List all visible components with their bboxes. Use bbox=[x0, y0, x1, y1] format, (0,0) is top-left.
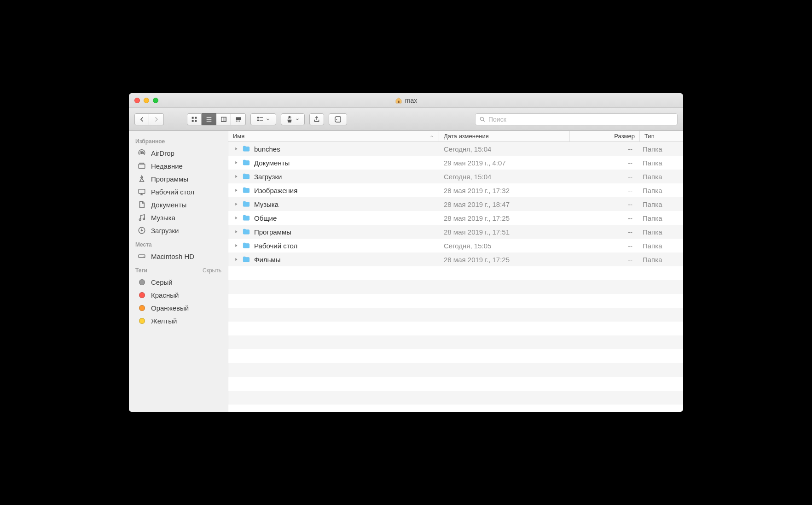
disclosure-triangle-icon[interactable] bbox=[234, 243, 238, 248]
table-row[interactable]: Музыка 28 мая 2019 г., 18:47 -- Папка bbox=[228, 197, 683, 211]
sidebar-item-downloads[interactable]: Загрузки bbox=[129, 224, 228, 237]
folder-icon bbox=[242, 255, 250, 264]
table-row[interactable]: Общие 28 мая 2019 г., 17:25 -- Папка bbox=[228, 211, 683, 225]
search-field[interactable] bbox=[475, 113, 678, 125]
column-name-label: Имя bbox=[233, 133, 244, 140]
file-date: 28 мая 2019 г., 17:25 bbox=[439, 214, 570, 222]
table-row[interactable]: bunches Сегодня, 15:04 -- Папка bbox=[228, 142, 683, 156]
svg-rect-5 bbox=[206, 117, 211, 117]
sidebar-item-macintosh-hd[interactable]: Macintosh HD bbox=[129, 250, 228, 263]
column-view-button[interactable] bbox=[216, 113, 231, 125]
disclosure-triangle-icon[interactable] bbox=[234, 229, 238, 234]
file-size: -- bbox=[570, 214, 640, 222]
sidebar-item-airdrop[interactable]: AirDrop bbox=[129, 147, 228, 159]
file-list-panel: Имя Дата изменения Размер Тип bunches Се… bbox=[228, 131, 683, 412]
svg-rect-11 bbox=[238, 120, 238, 121]
file-size: -- bbox=[570, 173, 640, 181]
table-row[interactable]: Программы 28 мая 2019 г., 17:51 -- Папка bbox=[228, 225, 683, 239]
sidebar-item-label: AirDrop bbox=[151, 149, 174, 157]
disclosure-triangle-icon[interactable] bbox=[234, 160, 238, 165]
sidebar-item-label: Документы bbox=[151, 201, 186, 209]
table-row[interactable]: Изображения 28 мая 2019 г., 17:32 -- Пап… bbox=[228, 183, 683, 197]
list-view-button[interactable] bbox=[202, 113, 216, 125]
file-name: Рабочий стол bbox=[254, 242, 297, 250]
disclosure-triangle-icon[interactable] bbox=[234, 174, 238, 179]
file-size: -- bbox=[570, 200, 640, 208]
disk-icon bbox=[137, 252, 146, 261]
disclosure-triangle-icon[interactable] bbox=[234, 147, 238, 151]
table-row[interactable]: Фильмы 28 мая 2019 г., 17:25 -- Папка bbox=[228, 252, 683, 266]
applications-icon bbox=[137, 174, 146, 183]
file-name: Документы bbox=[254, 159, 290, 167]
forward-button[interactable] bbox=[149, 113, 164, 125]
file-date: 28 мая 2019 г., 17:25 bbox=[439, 256, 570, 264]
folder-icon bbox=[242, 145, 250, 153]
action-menu-button[interactable] bbox=[281, 113, 305, 125]
disclosure-triangle-icon[interactable] bbox=[234, 257, 238, 262]
empty-row bbox=[228, 266, 683, 280]
toolbar bbox=[129, 108, 683, 131]
back-button[interactable] bbox=[134, 113, 149, 125]
sidebar-item-music[interactable]: Музыка bbox=[129, 211, 228, 224]
svg-rect-6 bbox=[206, 119, 211, 119]
sidebar-tag-item[interactable]: Оранжевый bbox=[129, 301, 228, 314]
column-size-label: Размер bbox=[614, 133, 635, 140]
group-by-button[interactable] bbox=[250, 113, 276, 125]
sidebar-item-label: Рабочий стол bbox=[151, 188, 194, 196]
tags-button[interactable] bbox=[329, 113, 347, 125]
sidebar-item-label: Недавние bbox=[151, 162, 183, 170]
gallery-view-button[interactable] bbox=[231, 113, 246, 125]
file-name: bunches bbox=[254, 145, 280, 153]
sidebar-item-documents[interactable]: Документы bbox=[129, 198, 228, 211]
column-header-kind[interactable]: Тип bbox=[640, 131, 683, 141]
icon-view-button[interactable] bbox=[187, 113, 202, 125]
sidebar-tag-item[interactable]: Желтый bbox=[129, 314, 228, 327]
sidebar-tag-item[interactable]: Красный bbox=[129, 288, 228, 301]
folder-icon bbox=[242, 159, 250, 167]
svg-rect-13 bbox=[257, 117, 259, 118]
sidebar-locations-header: Места bbox=[129, 237, 228, 250]
tag-color-icon bbox=[137, 303, 146, 312]
disclosure-triangle-icon[interactable] bbox=[234, 202, 238, 206]
svg-point-18 bbox=[336, 119, 337, 120]
share-button[interactable] bbox=[309, 113, 324, 125]
table-row[interactable]: Рабочий стол Сегодня, 15:05 -- Папка bbox=[228, 239, 683, 252]
column-header-name[interactable]: Имя bbox=[228, 131, 439, 141]
folder-icon bbox=[242, 172, 250, 181]
svg-rect-1 bbox=[192, 117, 194, 118]
column-header-size[interactable]: Размер bbox=[570, 131, 640, 141]
file-size: -- bbox=[570, 242, 640, 250]
airdrop-icon bbox=[137, 148, 146, 158]
svg-rect-12 bbox=[239, 120, 240, 121]
file-kind: Папка bbox=[640, 145, 683, 153]
empty-row bbox=[228, 363, 683, 377]
column-kind-label: Тип bbox=[644, 133, 655, 140]
svg-rect-22 bbox=[140, 163, 144, 164]
finder-window: max bbox=[129, 93, 683, 412]
file-kind: Папка bbox=[640, 228, 683, 236]
folder-icon bbox=[242, 186, 250, 194]
disclosure-triangle-icon[interactable] bbox=[234, 216, 238, 220]
file-date: 28 мая 2019 г., 17:51 bbox=[439, 228, 570, 236]
music-icon bbox=[137, 213, 146, 222]
sidebar-item-desktop[interactable]: Рабочий стол bbox=[129, 185, 228, 198]
sidebar-favorites-header: Избранное bbox=[129, 134, 228, 147]
disclosure-triangle-icon[interactable] bbox=[234, 188, 238, 193]
empty-row bbox=[228, 308, 683, 322]
file-date: Сегодня, 15:04 bbox=[439, 145, 570, 153]
sidebar-tag-item[interactable]: Серый bbox=[129, 276, 228, 288]
sidebar-item-recents[interactable]: Недавние bbox=[129, 159, 228, 172]
file-name: Общие bbox=[254, 214, 277, 222]
table-row[interactable]: Загрузки Сегодня, 15:04 -- Папка bbox=[228, 170, 683, 183]
svg-point-28 bbox=[144, 256, 145, 257]
svg-point-24 bbox=[139, 219, 141, 221]
folder-icon bbox=[242, 241, 250, 250]
column-header-date[interactable]: Дата изменения bbox=[439, 131, 570, 141]
sidebar-item-applications[interactable]: Программы bbox=[129, 172, 228, 185]
sidebar-tags-hide-button[interactable]: Скрыть bbox=[203, 267, 221, 274]
table-row[interactable]: Документы 29 мая 2019 г., 4:07 -- Папка bbox=[228, 156, 683, 170]
search-input[interactable] bbox=[488, 116, 673, 123]
empty-row bbox=[228, 391, 683, 405]
svg-rect-4 bbox=[195, 120, 197, 122]
home-icon bbox=[395, 97, 402, 104]
